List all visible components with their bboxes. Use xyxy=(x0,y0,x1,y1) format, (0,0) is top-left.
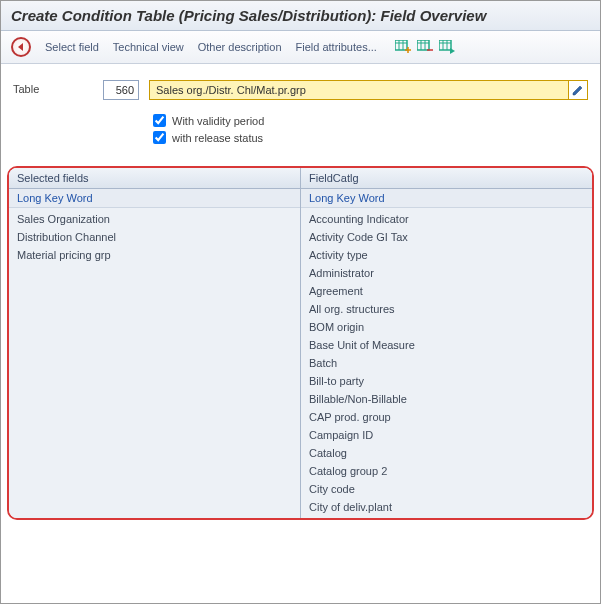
toolbar: Select field Technical view Other descri… xyxy=(1,31,600,64)
list-item[interactable]: City code xyxy=(301,480,592,498)
select-field-button[interactable]: Select field xyxy=(45,41,99,53)
list-item[interactable]: Distribution Channel xyxy=(9,228,300,246)
list-item[interactable]: Batch xyxy=(301,354,592,372)
field-catalog-subheader[interactable]: Long Key Word xyxy=(301,189,592,208)
field-catalog-list: Accounting IndicatorActivity Code GI Tax… xyxy=(301,208,592,518)
back-button[interactable] xyxy=(11,37,31,57)
field-catalog-column: FieldCatlg Long Key Word Accounting Indi… xyxy=(300,168,592,518)
page-title: Create Condition Table (Pricing Sales/Di… xyxy=(1,1,600,31)
release-label: with release status xyxy=(172,132,263,144)
list-item[interactable]: Campaign ID xyxy=(301,426,592,444)
selected-fields-column: Selected fields Long Key Word Sales Orga… xyxy=(9,168,300,518)
table-label: Table xyxy=(13,80,93,95)
list-item[interactable]: Activity type xyxy=(301,246,592,264)
list-item[interactable]: All org. structures xyxy=(301,300,592,318)
validity-check-row: With validity period xyxy=(153,114,588,127)
checkbox-area: With validity period with release status xyxy=(1,114,600,160)
toolbar-icons xyxy=(395,40,455,54)
list-item[interactable]: Agreement xyxy=(301,282,592,300)
list-item[interactable]: Billable/Non-Billable xyxy=(301,390,592,408)
field-columns: Selected fields Long Key Word Sales Orga… xyxy=(7,166,594,520)
field-catalog-header: FieldCatlg xyxy=(301,168,592,189)
svg-rect-0 xyxy=(395,40,407,50)
release-check-row: with release status xyxy=(153,131,588,144)
list-item[interactable]: Material pricing grp xyxy=(9,246,300,264)
list-item[interactable]: Bill-to party xyxy=(301,372,592,390)
table-name-input[interactable] xyxy=(149,80,568,100)
table-play-icon[interactable] xyxy=(439,40,455,54)
svg-rect-9 xyxy=(439,40,451,50)
validity-label: With validity period xyxy=(172,115,264,127)
svg-rect-4 xyxy=(417,40,429,50)
selected-fields-list: Sales OrganizationDistribution ChannelMa… xyxy=(9,208,300,266)
technical-view-button[interactable]: Technical view xyxy=(113,41,184,53)
validity-checkbox[interactable] xyxy=(153,114,166,127)
back-arrow-icon xyxy=(16,42,26,52)
pencil-icon xyxy=(572,84,584,96)
table-remove-icon[interactable] xyxy=(417,40,433,54)
list-item[interactable]: City of deliv.plant xyxy=(301,498,592,516)
selected-fields-header: Selected fields xyxy=(9,168,300,189)
release-checkbox[interactable] xyxy=(153,131,166,144)
selected-fields-subheader[interactable]: Long Key Word xyxy=(9,189,300,208)
list-item[interactable]: Activity Code GI Tax xyxy=(301,228,592,246)
list-item[interactable]: BOM origin xyxy=(301,318,592,336)
list-item[interactable]: Accounting Indicator xyxy=(301,210,592,228)
list-item[interactable]: Catalog group 2 xyxy=(301,462,592,480)
table-add-icon[interactable] xyxy=(395,40,411,54)
other-description-button[interactable]: Other description xyxy=(198,41,282,53)
list-item[interactable]: Catalog xyxy=(301,444,592,462)
list-item[interactable]: CAP prod. group xyxy=(301,408,592,426)
list-item[interactable]: Administrator xyxy=(301,264,592,282)
list-item[interactable]: Base Unit of Measure xyxy=(301,336,592,354)
edit-name-button[interactable] xyxy=(568,80,588,100)
table-number-input[interactable] xyxy=(103,80,139,100)
field-attributes-button[interactable]: Field attributes... xyxy=(296,41,377,53)
list-item[interactable]: Sales Organization xyxy=(9,210,300,228)
table-name-wrap xyxy=(149,80,588,100)
form-area: Table xyxy=(1,64,600,114)
